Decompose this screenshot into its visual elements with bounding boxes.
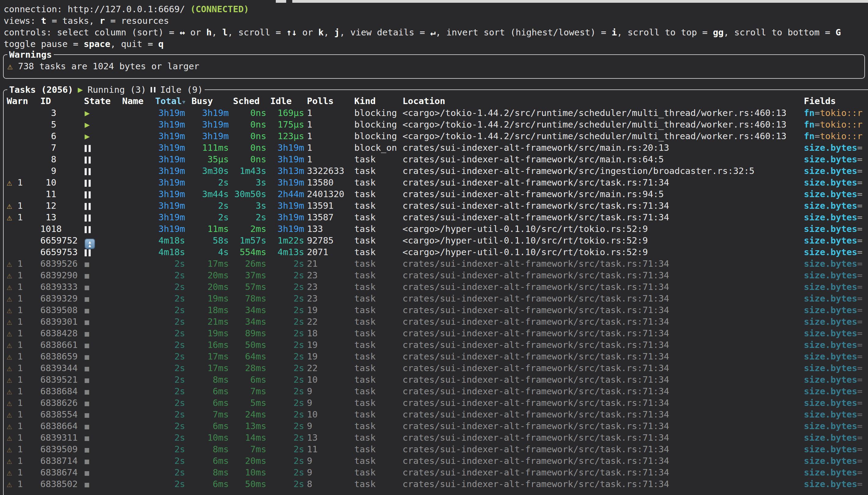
table-row[interactable]: ⚠ 16839509■2s8ms7ms2s11taskcrates/sui-in… [0, 443, 868, 455]
state-cell: ■ [85, 478, 89, 491]
task-total: 2s [155, 327, 185, 339]
task-total: 2s [155, 304, 185, 316]
task-polls: 2401320 [307, 188, 344, 200]
table-row[interactable]: ⚠ 16838554■2s7ms24ms2s10taskcrates/sui-i… [0, 409, 868, 420]
field-equals: = [857, 154, 863, 165]
table-row[interactable]: ⚠ 16838428■2s19ms89ms2s18taskcrates/sui-… [0, 327, 868, 339]
field-key: size.bytes [804, 189, 857, 199]
task-fields: size.bytes= [804, 304, 868, 316]
table-row[interactable]: 113h19m3m44s30m50s2h44m2401320taskcrates… [0, 188, 868, 200]
state-cell: ■ [85, 258, 89, 270]
table-row[interactable]: ⚠ 16838659■2s17ms64ms2s19taskcrates/sui-… [0, 351, 868, 362]
table-row[interactable]: ⚠ 16838502■2s6ms50ms2s8taskcrates/sui-in… [0, 478, 868, 490]
task-sched: 34ms [233, 304, 266, 316]
table-row[interactable]: ⚠ 1123h19m2s3s3h19m13591taskcrates/sui-i… [0, 200, 868, 211]
table-row[interactable]: ⚠ 1133h19m2s2s3h19m13587taskcrates/sui-i… [0, 211, 868, 223]
table-row[interactable]: 93h19m3m30s1m43s3h13m3322633taskcrates/s… [0, 165, 868, 177]
field-equals: = [857, 351, 863, 362]
table-row[interactable]: ⚠ 16839301■2s21ms34ms2s22taskcrates/sui-… [0, 316, 868, 327]
task-polls: 22 [307, 362, 318, 374]
task-busy: 19ms [191, 327, 229, 339]
table-row[interactable]: ⚠ 16838684■2s6ms7ms2s9taskcrates/sui-ind… [0, 386, 868, 397]
task-sched: 1m43s [233, 165, 266, 177]
task-id: 6839301 [40, 316, 78, 327]
field-key: size.bytes [804, 479, 857, 489]
table-row[interactable]: ⚠ 16839290■2s20ms37ms2s23taskcrates/sui-… [0, 270, 868, 281]
task-kind: task [354, 327, 375, 339]
task-id-value: 10 [40, 177, 56, 188]
task-polls: 3322633 [307, 165, 344, 177]
field-key: size.bytes [804, 409, 857, 420]
task-fields: size.bytes= [804, 351, 868, 362]
state-cell [85, 165, 91, 177]
task-id: 9 [40, 165, 56, 177]
table-row[interactable]: 10183h19m11ms2ms3h19m133task<cargo>/hype… [0, 223, 868, 235]
warn-cell: ⚠ 1 [7, 270, 22, 281]
table-row[interactable]: ⚠ 16839344■2s17ms28ms2s22taskcrates/sui-… [0, 362, 868, 374]
task-busy: 111ms [191, 142, 229, 154]
state-cell: ■ [85, 316, 89, 328]
state-cell: ■ [85, 467, 89, 479]
table-row[interactable]: ⚠ 16838661■2s16ms50ms2s19taskcrates/sui-… [0, 339, 868, 351]
task-sched: 20ms [233, 455, 266, 467]
table-row[interactable]: 5▶3h19m3h19m0ns175µs1blocking<cargo>/tok… [0, 119, 868, 130]
task-fields: size.bytes= [804, 409, 868, 420]
table-row[interactable]: ⚠ 16839526■2s17ms26ms2s21taskcrates/sui-… [0, 258, 868, 270]
table-row[interactable]: 66597534m18s4s554ms4m13s2071task<cargo>/… [0, 246, 868, 258]
task-id-value: 6839301 [40, 316, 78, 327]
task-polls: 10 [307, 409, 318, 420]
table-row[interactable]: 6▶3h19m3h19m0ns123µs1blocking<cargo>/tok… [0, 130, 868, 142]
pause-icon [85, 166, 91, 177]
task-total: 3h19m [155, 165, 185, 177]
task-id: 6838626 [40, 397, 78, 409]
task-idle: 2s [270, 478, 304, 490]
warning-icon: ⚠ [7, 444, 17, 455]
table-row[interactable]: ⚠ 1103h19m2s3s3h19m13580taskcrates/sui-i… [0, 177, 868, 188]
task-total: 2s [155, 455, 185, 467]
table-row[interactable]: 83h19m35µs0ns3h19m1taskcrates/sui-indexe… [0, 154, 868, 165]
table-row[interactable]: ⚠ 16838714■2s6ms20ms2s9taskcrates/sui-in… [0, 455, 868, 467]
state-cell: ■ [85, 351, 89, 363]
table-row[interactable]: ⚠ 16838626■2s6ms5ms2s9taskcrates/sui-ind… [0, 397, 868, 409]
table-row[interactable]: ⚠ 16839311■2s10ms14ms2s13taskcrates/sui-… [0, 432, 868, 443]
table-row[interactable]: 6659752▲▲4m18s58s1m57s1m22s92785task<car… [0, 235, 868, 246]
warn-count: 1 [17, 421, 22, 431]
field-key: size.bytes [804, 166, 857, 176]
table-row[interactable]: 3▶3h19m3h19m0ns169µs1blocking<cargo>/tok… [0, 107, 868, 119]
state-cell [85, 188, 91, 200]
table-row[interactable]: ⚠ 16838674■2s8ms10ms2s9taskcrates/sui-in… [0, 467, 868, 478]
task-kind: task [354, 293, 375, 304]
task-kind: blocking [354, 119, 397, 130]
field-equals: = [857, 201, 863, 211]
task-fields: size.bytes= [804, 316, 868, 327]
task-sched: 50ms [233, 339, 266, 351]
warn-cell: ⚠ 1 [7, 432, 22, 443]
stopped-icon: ■ [85, 410, 89, 419]
task-sched: 14ms [233, 432, 266, 443]
table-row[interactable]: ⚠ 16838664■2s6ms13ms2s9taskcrates/sui-in… [0, 420, 868, 432]
table-row[interactable]: 73h19m111ms0ns3h19m1block_oncrates/sui-i… [0, 142, 868, 154]
table-row[interactable]: ⚠ 16839521■2s8ms6ms2s10taskcrates/sui-in… [0, 374, 868, 386]
task-id: 6838659 [40, 351, 78, 362]
table-row[interactable]: ⚠ 16839333■2s20ms57ms2s23taskcrates/sui-… [0, 281, 868, 293]
field-equals: = [857, 317, 863, 327]
task-sched: 57ms [233, 281, 266, 293]
task-location: <cargo>/hyper-util-0.1.10/src/rt/tokio.r… [403, 246, 800, 258]
task-polls: 1 [307, 119, 312, 130]
field-key: size.bytes [804, 421, 857, 431]
task-location: crates/sui-indexer-alt-framework/src/tas… [403, 374, 800, 386]
task-busy: 2s [191, 211, 229, 223]
task-id: 6838661 [40, 339, 78, 351]
field-equals: = [857, 166, 863, 176]
task-busy: 17ms [191, 258, 229, 270]
field-equals: = [857, 456, 863, 466]
task-busy: 17ms [191, 362, 229, 374]
task-polls: 19 [307, 304, 318, 316]
task-polls: 13587 [307, 211, 334, 223]
table-row[interactable]: ⚠ 16839329■2s19ms78ms2s23taskcrates/sui-… [0, 293, 868, 304]
task-sched: 24ms [233, 409, 266, 420]
tokio-console-terminal[interactable]: connection: http://127.0.0.1:6669/ (CONN… [0, 0, 868, 495]
task-total: 3h19m [155, 107, 185, 119]
state-cell: ■ [85, 409, 89, 421]
table-row[interactable]: ⚠ 16839508■2s18ms34ms2s19taskcrates/sui-… [0, 304, 868, 316]
